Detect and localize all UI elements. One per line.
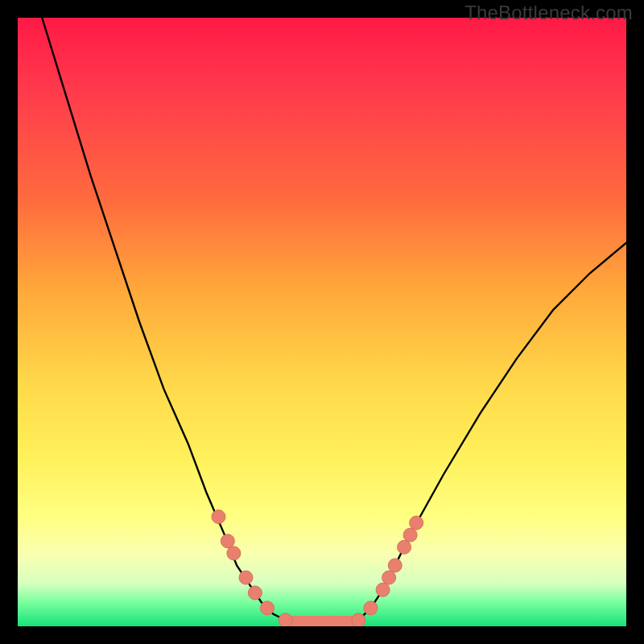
- data-point: [260, 601, 274, 615]
- data-point: [221, 535, 234, 548]
- data-point: [410, 516, 423, 530]
- data-point: [376, 583, 390, 597]
- plot-area: [18, 18, 626, 626]
- watermark-text: TheBottleneck.com: [464, 2, 633, 24]
- data-point: [212, 510, 225, 523]
- data-point: [352, 613, 365, 626]
- data-point: [364, 601, 378, 615]
- bottleneck-curve: [42, 18, 626, 623]
- data-point: [382, 571, 396, 584]
- data-point: [227, 547, 241, 560]
- data-point: [403, 528, 417, 542]
- data-point: [398, 540, 411, 554]
- curve-svg: [18, 18, 626, 626]
- data-point: [279, 613, 292, 626]
- chart-frame: TheBottleneck.com: [0, 0, 644, 644]
- data-point: [239, 571, 253, 584]
- data-point: [388, 559, 402, 572]
- data-point: [248, 586, 262, 600]
